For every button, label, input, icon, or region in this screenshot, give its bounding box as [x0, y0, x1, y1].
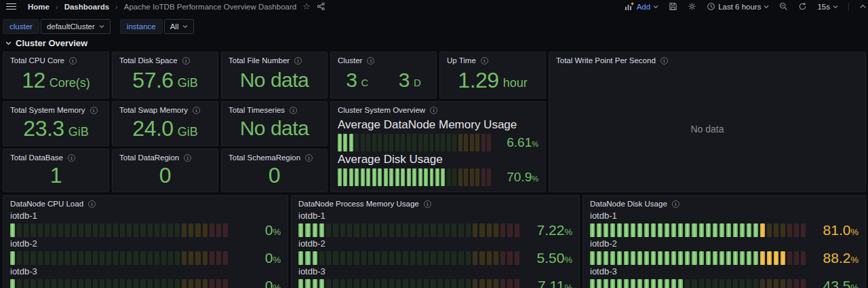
info-icon[interactable] — [660, 57, 668, 65]
zoom-out-icon[interactable] — [779, 2, 788, 11]
stat-value: 57.6 — [132, 69, 173, 91]
info-icon[interactable] — [184, 154, 191, 162]
gauge-rows: iotdb-1 81.0% iotdb-2 88.2% iotdb-3 43.5… — [583, 209, 865, 288]
star-icon[interactable]: ☆ — [302, 2, 311, 11]
gauge-label: iotdb-2 — [590, 238, 859, 249]
save-dashboard-icon[interactable] — [669, 2, 677, 11]
add-panel-button[interactable]: Add — [625, 2, 658, 11]
time-range-picker[interactable]: Last 6 hours — [707, 2, 769, 11]
stat-value: 3 — [399, 70, 410, 90]
stat-value: 0 — [269, 164, 280, 186]
panel-cluster-system-overview: Cluster System Overview Average DataNode… — [330, 101, 546, 192]
info-icon[interactable] — [294, 57, 302, 65]
panel-cluster: Cluster 3 C 3 D — [330, 52, 437, 98]
gauge-row-iotdb-2: iotdb-2 88.2% — [590, 238, 859, 266]
variable-instance-select[interactable]: All — [164, 19, 195, 34]
breadcrumb-separator-icon: › — [56, 3, 58, 11]
menu-icon[interactable] — [6, 3, 16, 10]
panel-title: Total Write Point Per Second — [556, 56, 656, 65]
gauge-row-iotdb-2: iotdb-2 5.50% — [298, 238, 572, 266]
breadcrumb-home[interactable]: Home — [28, 3, 50, 11]
chevron-down-icon — [653, 4, 658, 10]
info-icon[interactable] — [193, 107, 200, 114]
breadcrumb-dashboards[interactable]: Dashboards — [64, 3, 109, 11]
panel-title: Total DataRegion — [119, 154, 179, 162]
gauge-value: 0% — [233, 250, 281, 266]
gauge-row-iotdb-3: iotdb-3 7.11% — [298, 266, 572, 288]
chevron-down-icon — [833, 4, 838, 10]
panel-total-swap-memory: Total Swap Memory 24.0 GiB — [112, 101, 218, 146]
panel-title: Total System Memory — [10, 106, 85, 114]
gauge-title: Average DataNode Memory Usage — [338, 118, 538, 132]
panel-header[interactable]: Total Timeseries — [222, 102, 327, 115]
panel-total-timeseries: Total Timeseries No data — [221, 101, 328, 146]
no-data-message-container: No data — [549, 66, 865, 192]
panel-header[interactable]: DataNode Process Memory Usage — [292, 196, 579, 209]
row-cluster-overview[interactable]: Cluster Overview — [5, 38, 87, 48]
stat-confignode: 3 C — [331, 70, 384, 90]
gauge-value: 0% — [233, 222, 281, 238]
gauge-rows: iotdb-1 0% iotdb-2 0% iotdb-3 0% — [3, 209, 288, 288]
panel-header[interactable]: Cluster — [331, 52, 436, 66]
panel-header[interactable]: Total System Memory — [3, 102, 108, 115]
panel-header[interactable]: Total DataBase — [3, 149, 108, 163]
gauge-row-iotdb-1: iotdb-1 0% — [10, 211, 281, 238]
info-icon[interactable] — [88, 200, 96, 208]
gauge-value: 6.61% — [496, 135, 538, 150]
variable-cluster-label[interactable]: cluster — [3, 19, 39, 34]
stat-value: 1.29 — [458, 69, 498, 91]
panel-header[interactable]: Total File Number — [222, 52, 327, 66]
gauge-value: 5.50% — [525, 250, 572, 266]
panel-datanode-disk-usage: DataNode Disk Usage iotdb-1 81.0% iotdb-… — [583, 195, 866, 288]
stat-unit: GiB — [68, 125, 89, 139]
panel-header[interactable]: Total Swap Memory — [113, 102, 218, 115]
stat-unit: hour — [503, 76, 528, 90]
info-icon[interactable] — [430, 107, 437, 114]
dashboard-settings-icon[interactable] — [688, 2, 696, 11]
info-icon[interactable] — [305, 154, 313, 162]
info-icon[interactable] — [672, 200, 679, 208]
info-icon[interactable] — [481, 57, 488, 65]
panel-title: Cluster System Overview — [338, 106, 425, 114]
panel-header[interactable]: Total Write Point Per Second — [549, 52, 865, 66]
panel-datanode-cpu-load: DataNode CPU Load iotdb-1 0% iotdb-2 0% … — [3, 195, 288, 288]
bar-gauge — [10, 251, 228, 265]
panel-header[interactable]: Total Disk Space — [113, 52, 218, 66]
gauge-label: iotdb-1 — [590, 211, 859, 221]
panel-header[interactable]: Total CPU Core — [3, 52, 108, 66]
bar-gauge — [298, 223, 519, 237]
panel-header[interactable]: Up Time — [440, 52, 545, 66]
panel-header[interactable]: DataNode Disk Usage — [583, 196, 865, 209]
bar-gauge — [298, 279, 519, 288]
share-icon[interactable] — [317, 2, 326, 11]
stat-body: 24.0 GiB — [113, 115, 218, 145]
bar-gauge — [338, 168, 491, 186]
variable-cluster-select[interactable]: defaultCluster — [41, 19, 111, 34]
refresh-icon[interactable] — [798, 2, 807, 11]
info-icon[interactable] — [290, 107, 297, 114]
info-icon[interactable] — [182, 57, 190, 65]
info-icon[interactable] — [424, 200, 431, 208]
panel-header[interactable]: Cluster System Overview — [331, 102, 545, 115]
panel-title: DataNode CPU Load — [10, 200, 83, 208]
info-icon[interactable] — [90, 107, 98, 114]
variable-instance: instance All — [120, 19, 195, 34]
stat-unit: GiB — [178, 76, 198, 90]
panel-total-database: Total DataBase 1 — [3, 149, 109, 192]
refresh-interval-label: 15s — [817, 3, 830, 11]
chevron-down-icon — [99, 24, 104, 29]
panel-total-write-point-per-second: Total Write Point Per Second No data — [549, 52, 866, 192]
stat-datanode: 3 D — [384, 70, 437, 90]
stat-value: No data — [240, 118, 309, 139]
panel-total-schemaregion: Total SchemaRegion 0 — [221, 149, 328, 192]
panel-header[interactable]: DataNode CPU Load — [3, 196, 288, 209]
panel-title: Up Time — [447, 56, 476, 65]
info-icon[interactable] — [68, 154, 75, 162]
refresh-interval-picker[interactable]: 15s — [817, 3, 838, 11]
panel-header[interactable]: Total SchemaRegion — [222, 149, 327, 163]
info-icon[interactable] — [69, 57, 77, 65]
panel-header[interactable]: Total DataRegion — [113, 149, 218, 163]
variable-instance-label[interactable]: instance — [120, 19, 163, 34]
chevron-up-icon[interactable] — [859, 3, 867, 10]
info-icon[interactable] — [367, 57, 374, 65]
